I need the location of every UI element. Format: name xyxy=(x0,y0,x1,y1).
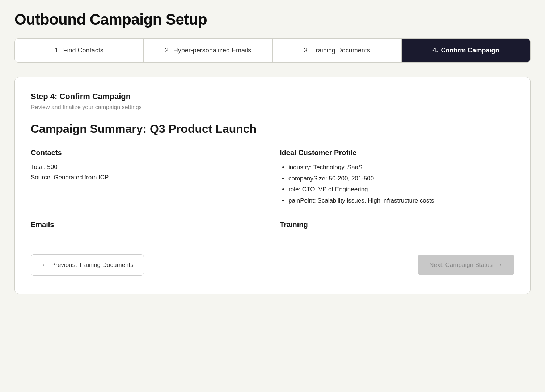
step-1-number: 1. xyxy=(55,47,60,54)
icp-section: Ideal Customer Profile industry: Technol… xyxy=(280,149,514,206)
step-1-label: Find Contacts xyxy=(63,47,103,54)
step-header-title: Step 4: Confirm Campaign xyxy=(31,92,514,101)
nav-buttons: ← Previous: Training Documents Next: Cam… xyxy=(31,247,514,276)
icp-item-industry: industry: Technology, SaaS xyxy=(288,162,514,173)
contacts-total: Total: 500 xyxy=(31,162,265,172)
step-tab-2[interactable]: 2. Hyper-personalized Emails xyxy=(144,39,272,62)
campaign-summary-title: Campaign Summary: Q3 Product Launch xyxy=(31,122,514,136)
left-arrow-icon: ← xyxy=(41,261,48,269)
prev-button[interactable]: ← Previous: Training Documents xyxy=(31,254,144,276)
right-arrow-icon: → xyxy=(496,261,503,269)
prev-button-label: Previous: Training Documents xyxy=(51,261,134,269)
page-title: Outbound Campaign Setup xyxy=(14,11,531,28)
step-tab-4[interactable]: 4. Confirm Campaign xyxy=(402,39,530,62)
training-section: Training xyxy=(280,221,514,229)
icp-title: Ideal Customer Profile xyxy=(280,149,514,157)
next-button[interactable]: Next: Campaign Status → xyxy=(418,255,514,275)
step-tab-3[interactable]: 3. Training Documents xyxy=(273,39,402,62)
step-2-label: Hyper-personalized Emails xyxy=(173,47,251,54)
step-2-number: 2. xyxy=(165,47,170,54)
contacts-section: Contacts Total: 500 Source: Generated fr… xyxy=(31,149,265,206)
training-title: Training xyxy=(280,221,514,229)
emails-title: Emails xyxy=(31,221,265,229)
step-tab-1[interactable]: 1. Find Contacts xyxy=(15,39,144,62)
step-4-label: Confirm Campaign xyxy=(441,47,499,54)
summary-grid: Contacts Total: 500 Source: Generated fr… xyxy=(31,149,514,206)
step-4-number: 4. xyxy=(432,47,438,54)
icp-item-role: role: CTO, VP of Engineering xyxy=(288,184,514,195)
contacts-title: Contacts xyxy=(31,149,265,157)
step-3-label: Training Documents xyxy=(312,47,370,54)
icp-item-pain-point: painPoint: Scalability issues, High infr… xyxy=(288,195,514,206)
emails-section: Emails xyxy=(31,221,265,229)
icp-list: industry: Technology, SaaS companySize: … xyxy=(280,162,514,206)
content-card: Step 4: Confirm Campaign Review and fina… xyxy=(14,77,531,294)
step-3-number: 3. xyxy=(304,47,309,54)
bottom-section-grid: Emails Training xyxy=(31,221,514,229)
next-button-label: Next: Campaign Status xyxy=(429,261,493,269)
step-header: Step 4: Confirm Campaign Review and fina… xyxy=(31,92,514,111)
icp-item-company-size: companySize: 50-200, 201-500 xyxy=(288,173,514,184)
steps-navigation: 1. Find Contacts 2. Hyper-personalized E… xyxy=(14,38,531,63)
step-header-subtitle: Review and finalize your campaign settin… xyxy=(31,104,514,111)
contacts-source: Source: Generated from ICP xyxy=(31,172,265,183)
